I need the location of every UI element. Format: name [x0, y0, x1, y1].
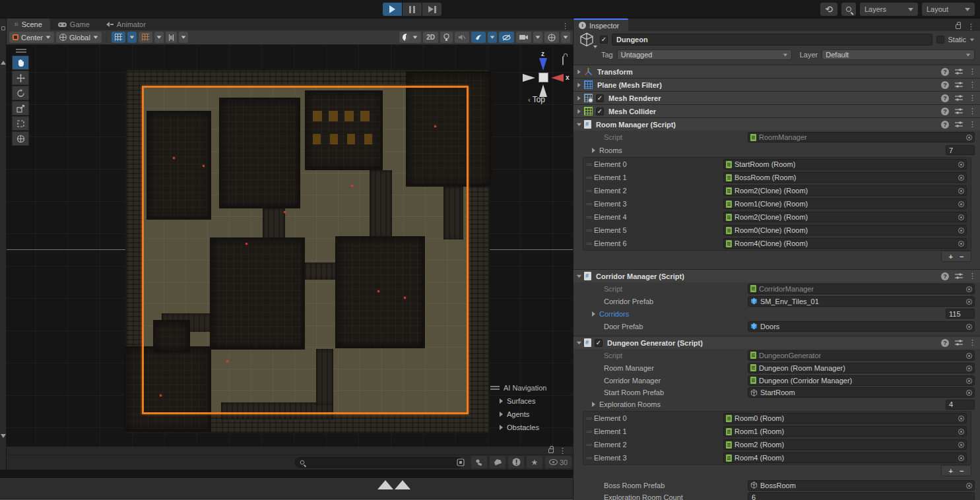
array-element-row[interactable]: == Element 2 Room2 (Room) [583, 438, 971, 451]
tab-game[interactable]: Game [50, 18, 98, 30]
component-header-room-manager[interactable]: Room Manager (Script) ?⋮ [573, 117, 980, 131]
array-element-row[interactable]: == Element 3 Room1(Clone) (Room) [583, 197, 971, 210]
snap-increment-button[interactable] [166, 32, 177, 43]
foldout-arrow-icon[interactable] [577, 69, 581, 74]
component-header-mesh-filter[interactable]: Plane (Mesh Filter) ?⋮ [573, 78, 980, 91]
object-picker-icon[interactable] [958, 241, 964, 247]
gameobject-name-field[interactable]: Dungeon [612, 34, 932, 46]
scene-viewport[interactable]: z x ‹Top AI Navigation Surfaces Agents O… [7, 45, 573, 447]
console-alert-button[interactable] [508, 456, 524, 468]
remove-element-button[interactable]: − [960, 468, 964, 474]
presets-icon[interactable] [955, 121, 963, 128]
object-field[interactable]: Room2 (Room) [723, 439, 967, 450]
camera-settings-button[interactable] [516, 32, 531, 43]
object-field[interactable]: Dungeon (Room Manager) [748, 363, 975, 373]
static-checkbox[interactable] [936, 36, 944, 44]
component-header-corridor-manager[interactable]: Corridor Manager (Script) ?⋮ [573, 269, 980, 282]
orientation-gizmo[interactable]: z x ‹Top [519, 50, 573, 106]
array-element-row[interactable]: == Element 0 StartRoom (Room) [583, 158, 971, 171]
filter-label-button[interactable] [490, 456, 506, 468]
lighting-toggle[interactable] [440, 32, 453, 43]
kebab-menu-icon[interactable]: ⋮ [969, 272, 976, 280]
presets-icon[interactable] [955, 272, 963, 280]
ai-navigation-header[interactable]: AI Navigation [490, 384, 573, 392]
gizmo-center-cube[interactable] [539, 73, 548, 82]
kebab-menu-icon[interactable]: ⋮ [969, 94, 976, 102]
axis-x-cone[interactable] [551, 74, 564, 82]
drag-handle-icon[interactable]: == [586, 161, 594, 168]
array-element-row[interactable]: == Element 3 Room4 (Room) [583, 451, 971, 464]
tab-inspector[interactable]: iInspector [573, 18, 628, 31]
object-picker-icon[interactable] [966, 286, 972, 292]
object-field[interactable]: Room0 (Room) [723, 413, 967, 423]
object-picker-icon[interactable] [966, 299, 972, 305]
scroll-up-icon[interactable] [1, 61, 6, 65]
undo-history-button[interactable]: ⟲ [820, 3, 837, 16]
tab-animator[interactable]: Animator [98, 18, 154, 30]
object-field[interactable]: BossRoom (Room) [723, 172, 967, 183]
object-field[interactable]: Room4(Clone) (Room) [723, 238, 967, 249]
object-field[interactable]: SM_Env_Tiles_01 [748, 296, 975, 307]
tab-menu-kebab-icon[interactable]: ⋮ [562, 22, 569, 30]
step-button[interactable] [422, 3, 441, 16]
foldout-arrow-icon[interactable] [577, 82, 581, 87]
help-icon[interactable]: ? [941, 94, 949, 102]
layer-dropdown[interactable]: Default [822, 49, 975, 60]
int-field[interactable]: 6 [748, 492, 975, 500]
add-element-button[interactable]: + [949, 468, 953, 474]
lock-icon[interactable] [548, 449, 554, 453]
kebab-menu-icon[interactable]: ⋮ [559, 447, 566, 455]
audio-toggle[interactable] [455, 32, 469, 43]
array-element-row[interactable]: == Element 4 Room2(Clone) (Room) [583, 210, 971, 224]
scroll-down-icon[interactable] [1, 434, 6, 438]
array-size-field[interactable]: 4 [946, 400, 975, 410]
object-field[interactable]: Room1 (Room) [723, 426, 967, 437]
drag-handle-icon[interactable]: == [586, 201, 594, 207]
help-icon[interactable]: ? [941, 108, 949, 115]
scale-tool-button[interactable] [12, 101, 29, 115]
rotate-tool-button[interactable] [12, 86, 29, 100]
object-picker-icon[interactable] [958, 455, 964, 461]
collapsed-side-strip[interactable] [0, 18, 7, 470]
kebab-menu-icon[interactable]: ⋮ [967, 22, 975, 31]
object-field[interactable]: CorridorManager [748, 284, 975, 294]
array-element-row[interactable]: == Element 1 BossRoom (Room) [583, 171, 971, 184]
remove-element-button[interactable]: − [960, 253, 964, 260]
object-picker-icon[interactable] [966, 353, 972, 359]
nav-surfaces-foldout[interactable]: Surfaces [490, 397, 573, 405]
corridors-foldout-row[interactable]: Corridors 115 [573, 307, 980, 320]
search-button[interactable] [841, 3, 856, 16]
object-field[interactable]: Room0(Clone) (Room) [723, 225, 967, 235]
overlay-drag-handle[interactable] [16, 49, 26, 53]
object-field[interactable]: Room4 (Room) [723, 453, 967, 463]
array-element-row[interactable]: == Element 6 Room4(Clone) (Room) [583, 237, 971, 250]
view-hand-tool-button[interactable] [12, 55, 29, 70]
object-picker-icon[interactable] [958, 162, 964, 168]
transform-tool-button[interactable] [12, 131, 29, 146]
array-size-field[interactable]: 115 [946, 309, 975, 319]
object-field[interactable]: BossRoom [748, 480, 975, 491]
object-picker-icon[interactable] [966, 378, 972, 384]
favorites-button[interactable]: ★ [527, 456, 542, 468]
search-input[interactable] [308, 459, 446, 466]
effects-toggle[interactable] [471, 32, 486, 43]
component-header-transform[interactable]: Transform ?⋮ [573, 65, 980, 78]
component-header-mesh-collider[interactable]: ✓ Mesh Collider ?⋮ [573, 104, 980, 117]
presets-icon[interactable] [955, 108, 963, 115]
play-button[interactable] [383, 3, 402, 16]
kebab-menu-icon[interactable]: ⋮ [969, 338, 976, 347]
visible-count-toggle[interactable]: 30 [545, 456, 572, 468]
orientation-global-dropdown[interactable]: Global [56, 32, 102, 43]
foldout-arrow-icon[interactable] [592, 311, 595, 317]
kebab-menu-icon[interactable]: ⋮ [969, 120, 976, 129]
presets-icon[interactable] [955, 339, 963, 346]
rect-tool-button[interactable] [12, 116, 29, 131]
pause-button[interactable] [403, 3, 422, 16]
help-icon[interactable]: ? [941, 272, 949, 280]
component-enabled-checkbox[interactable]: ✓ [595, 339, 603, 347]
drag-handle-icon[interactable]: == [586, 227, 594, 234]
object-picker-icon[interactable] [958, 442, 964, 448]
array-element-row[interactable]: == Element 2 Room2(Clone) (Room) [583, 184, 971, 197]
grid-visibility-toggle[interactable] [139, 32, 152, 43]
axis-z-cone[interactable] [539, 58, 547, 71]
